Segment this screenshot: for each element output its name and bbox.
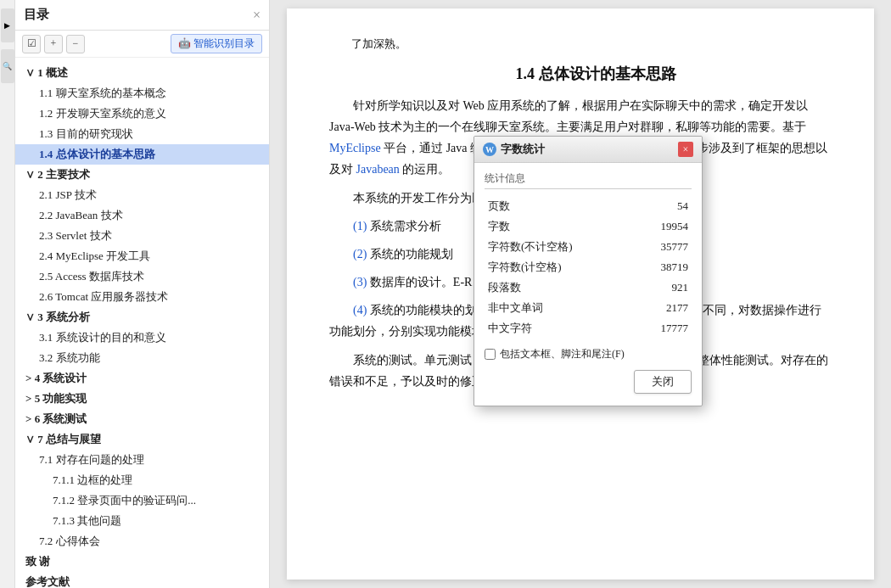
stats-label: 字符数(计空格): [485, 257, 635, 277]
toc-item-2.1[interactable]: 2.1 JSP 技术: [15, 185, 269, 205]
dialog-body: 统计信息 页数54字数19954字符数(不计空格)35777字符数(计空格)38…: [474, 163, 702, 406]
toc-item-ckwx[interactable]: 参考文献: [15, 572, 269, 588]
toc-item-7[interactable]: ∨ 7 总结与展望: [15, 429, 269, 450]
sidebar: 目录 × ☑ + − 🤖 智能识别目录 ∨ 1 概述1.1 聊天室系统的基本概念…: [15, 0, 270, 588]
stats-label: 中文字符: [485, 318, 635, 339]
toc-item-6[interactable]: > 6 系统测试: [15, 409, 269, 429]
toc-item-3.1[interactable]: 3.1 系统设计的目的和意义: [15, 328, 269, 348]
toolbar-expand-btn[interactable]: +: [44, 35, 63, 53]
stats-label: 字符数(不计空格): [485, 237, 635, 257]
dialog-overlay: W 字数统计 × 统计信息 页数54字数19954字符数(不计空格)35777字…: [270, 0, 891, 588]
main-content: 了加深熟。 1.4 总体设计的基本思路 针对所学知识以及对 Web 应用系统的了…: [270, 0, 891, 588]
stats-label: 页数: [485, 196, 635, 216]
toc-item-1.3[interactable]: 1.3 目前的研究现状: [15, 124, 269, 144]
stats-value: 35777: [635, 237, 692, 257]
toc-item-2.5[interactable]: 2.5 Access 数据库技术: [15, 266, 269, 287]
toc-item-1.2[interactable]: 1.2 开发聊天室系统的意义: [15, 104, 269, 124]
word-count-dialog: W 字数统计 × 统计信息 页数54字数19954字符数(不计空格)35777字…: [474, 136, 703, 406]
toc-item-4[interactable]: > 4 系统设计: [15, 368, 269, 389]
toc-item-7.1.1[interactable]: 7.1.1 边框的处理: [15, 470, 269, 490]
dialog-footer: 关闭: [485, 370, 692, 397]
dialog-title: W 字数统计: [483, 142, 545, 157]
stats-row: 段落数921: [485, 277, 692, 298]
include-checkbox-label: 包括文本框、脚注和尾注(F): [500, 347, 625, 361]
dialog-section-label: 统计信息: [485, 171, 692, 189]
toc-item-2.2[interactable]: 2.2 JavaBean 技术: [15, 205, 269, 226]
dialog-title-icon: W: [483, 143, 496, 156]
toc-item-2[interactable]: ∨ 2 主要技术: [15, 165, 269, 185]
smart-toc-button[interactable]: 🤖 智能识别目录: [171, 34, 262, 53]
stats-label: 非中文单词: [485, 298, 635, 318]
dialog-close-x-button[interactable]: ×: [678, 142, 693, 157]
stats-value: 2177: [635, 298, 692, 318]
toc-item-1[interactable]: ∨ 1 概述: [15, 63, 269, 83]
stats-row: 字数19954: [485, 216, 692, 237]
dialog-title-label: 字数统计: [501, 142, 545, 157]
toc-item-3[interactable]: ∨ 3 系统分析: [15, 307, 269, 328]
sidebar-close-button[interactable]: ×: [253, 8, 261, 23]
toc-item-2.4[interactable]: 2.4 MyEclipse 开发工具: [15, 246, 269, 266]
left-toolbar-btn1[interactable]: ▶: [1, 8, 14, 42]
sidebar-toolbar: ☑ + − 🤖 智能识别目录: [15, 31, 269, 58]
toc-item-zx[interactable]: 致 谢: [15, 552, 269, 572]
dialog-close-button[interactable]: 关闭: [634, 370, 692, 394]
toc-item-7.1[interactable]: 7.1 对存在问题的处理: [15, 450, 269, 470]
left-toolbar: ▶ 🔍: [0, 0, 15, 588]
toc-item-7.2[interactable]: 7.2 心得体会: [15, 531, 269, 552]
toc-item-7.1.2[interactable]: 7.1.2 登录页面中的验证码问...: [15, 490, 269, 511]
stats-row: 非中文单词2177: [485, 298, 692, 318]
toc-item-1.1[interactable]: 1.1 聊天室系统的基本概念: [15, 83, 269, 104]
toc-item-7.1.3[interactable]: 7.1.3 其他问题: [15, 511, 269, 531]
dialog-titlebar: W 字数统计 ×: [474, 137, 702, 163]
stats-label: 字数: [485, 216, 635, 237]
stats-row: 字符数(计空格)38719: [485, 257, 692, 277]
stats-table: 页数54字数19954字符数(不计空格)35777字符数(计空格)38719段落…: [485, 196, 692, 339]
toolbar-checkbox-btn[interactable]: ☑: [22, 35, 41, 53]
include-checkbox-row: 包括文本框、脚注和尾注(F): [485, 347, 692, 361]
sidebar-header: 目录 ×: [15, 0, 269, 31]
stats-value: 921: [635, 277, 692, 298]
stats-value: 38719: [635, 257, 692, 277]
left-toolbar-btn2[interactable]: 🔍: [1, 49, 14, 83]
stats-label: 段落数: [485, 277, 635, 298]
toc-item-2.6[interactable]: 2.6 Tomcat 应用服务器技术: [15, 287, 269, 307]
toolbar-collapse-btn[interactable]: −: [66, 35, 85, 53]
include-checkbox[interactable]: [485, 349, 496, 360]
stats-value: 19954: [635, 216, 692, 237]
stats-value: 17777: [635, 318, 692, 339]
toc-item-2.3[interactable]: 2.3 Servlet 技术: [15, 226, 269, 246]
stats-row: 字符数(不计空格)35777: [485, 237, 692, 257]
stats-row: 页数54: [485, 196, 692, 216]
stats-value: 54: [635, 196, 692, 216]
toc-item-3.2[interactable]: 3.2 系统功能: [15, 348, 269, 368]
sidebar-title: 目录: [24, 7, 49, 23]
toc-item-5[interactable]: > 5 功能实现: [15, 389, 269, 409]
toc-list: ∨ 1 概述1.1 聊天室系统的基本概念1.2 开发聊天室系统的意义1.3 目前…: [15, 58, 269, 588]
toc-item-1.4[interactable]: 1.4 总体设计的基本思路: [15, 144, 269, 165]
stats-row: 中文字符17777: [485, 318, 692, 339]
